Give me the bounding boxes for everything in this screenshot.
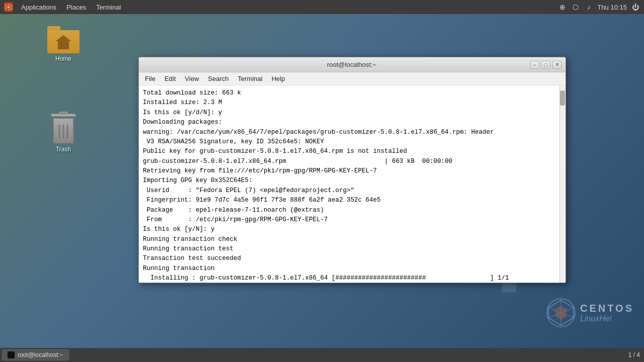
terminal-window-controls: − □ ✕	[530, 61, 561, 69]
home-label: Home	[55, 55, 71, 62]
bluetooth-icon[interactable]: ⬡	[571, 3, 580, 12]
home-desktop-icon[interactable]: Home	[45, 24, 82, 64]
workspace-pager: 1 / 4	[628, 351, 640, 358]
top-bar-left: Applications Places Terminal	[4, 3, 125, 12]
edit-menu[interactable]: Edit	[160, 74, 180, 83]
terminal-window: root@localhost:~ − □ ✕ File Edit View Se…	[138, 57, 566, 283]
terminal-scrollbar[interactable]	[559, 85, 566, 283]
centos-icon	[4, 3, 13, 12]
terminal-output: Total download size: 663 k Installed siz…	[143, 88, 561, 283]
terminal-menu[interactable]: Terminal	[92, 3, 125, 12]
help-menu[interactable]: Help	[268, 74, 289, 83]
centos-sub: LinuxHel	[580, 314, 634, 323]
taskbar-terminal-icon	[8, 351, 15, 358]
top-bar-right: ⊕ ⬡ ♪ Thu 10:15 ⏻	[558, 3, 640, 12]
home-folder-icon	[47, 26, 79, 53]
file-menu[interactable]: File	[141, 74, 159, 83]
desktop: Home Trash 7 CE	[0, 14, 644, 348]
volume-icon[interactable]: ♪	[584, 3, 593, 12]
power-icon[interactable]: ⏻	[631, 3, 640, 12]
applications-menu[interactable]: Applications	[17, 3, 60, 12]
search-menu[interactable]: Search	[204, 74, 232, 83]
maximize-button[interactable]: □	[541, 61, 550, 69]
terminal-submenu[interactable]: Terminal	[234, 74, 267, 83]
trash-folder-icon	[50, 112, 77, 144]
places-menu[interactable]: Places	[62, 3, 90, 12]
view-menu[interactable]: View	[181, 74, 203, 83]
taskbar-terminal-item[interactable]: root@localhost:~	[2, 349, 69, 360]
clock: Thu 10:15	[597, 4, 627, 11]
bottom-taskbar: root@localhost:~ 1 / 4	[0, 348, 644, 362]
terminal-title: root@localhost:~	[173, 61, 530, 68]
terminal-menubar: File Edit View Search Terminal Help	[139, 72, 566, 85]
trash-desktop-icon[interactable]: Trash	[48, 110, 79, 155]
close-button[interactable]: ✕	[552, 61, 561, 69]
centos-text-block: CENTOS LinuxHel	[580, 303, 634, 323]
minimize-button[interactable]: −	[530, 61, 539, 69]
taskbar-item-label: root@localhost:~	[18, 351, 63, 358]
terminal-content-area[interactable]: Total download size: 663 k Installed siz…	[139, 85, 566, 283]
network-icon[interactable]: ⊕	[558, 3, 567, 12]
scrollbar-thumb[interactable]	[560, 90, 565, 106]
svg-marker-9	[555, 306, 567, 320]
centos-watermark: CENTOS LinuxHel	[546, 298, 634, 328]
centos-name: CENTOS	[580, 303, 634, 314]
trash-label: Trash	[56, 146, 71, 153]
top-taskbar: Applications Places Terminal ⊕ ⬡ ♪ Thu 1…	[0, 0, 644, 14]
centos-logo-svg	[546, 298, 576, 328]
terminal-titlebar: root@localhost:~ − □ ✕	[139, 57, 566, 72]
